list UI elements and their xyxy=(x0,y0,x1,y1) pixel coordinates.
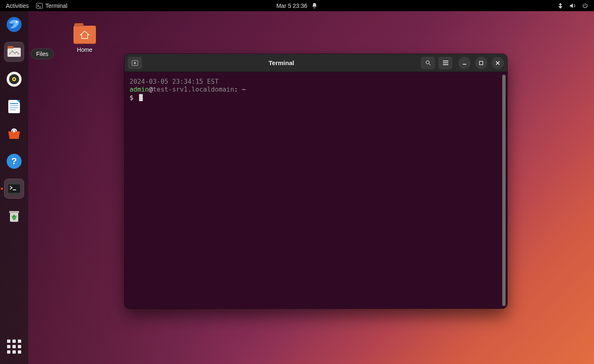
minimize-icon xyxy=(462,61,467,66)
terminal-input-line[interactable]: $ xyxy=(130,94,502,102)
network-icon[interactable] xyxy=(557,3,564,9)
terminal-small-icon xyxy=(36,3,43,9)
dock-item-rhythmbox[interactable] xyxy=(4,69,24,89)
dock-item-software[interactable] xyxy=(4,124,24,144)
window-titlebar[interactable]: Terminal xyxy=(125,54,507,72)
dock-item-thunderbird[interactable] xyxy=(4,15,24,34)
svg-rect-12 xyxy=(10,103,18,104)
maximize-icon xyxy=(479,61,484,66)
svg-rect-0 xyxy=(37,3,43,8)
svg-point-27 xyxy=(426,61,429,64)
clock[interactable]: Mar 5 23:36 xyxy=(276,2,308,9)
svg-rect-13 xyxy=(10,105,18,106)
volume-icon[interactable] xyxy=(570,3,576,9)
software-icon xyxy=(6,126,22,142)
dock-item-help[interactable]: ? xyxy=(4,151,24,171)
search-button[interactable] xyxy=(421,57,435,69)
files-icon xyxy=(6,44,22,60)
svg-line-28 xyxy=(429,63,430,65)
dock-item-terminal[interactable] xyxy=(4,179,24,199)
svg-point-3 xyxy=(16,21,17,23)
svg-rect-20 xyxy=(8,184,20,193)
dock-tooltip: Files xyxy=(31,49,54,59)
top-bar: Activities Terminal Mar 5 23:36 xyxy=(0,0,594,11)
svg-point-10 xyxy=(13,78,15,80)
svg-rect-33 xyxy=(479,61,483,65)
svg-rect-23 xyxy=(9,211,19,213)
hamburger-icon xyxy=(442,60,449,66)
svg-rect-16 xyxy=(13,130,15,132)
show-applications-button[interactable] xyxy=(4,337,24,357)
close-icon xyxy=(495,61,500,66)
svg-text:?: ? xyxy=(11,156,17,166)
terminal-icon xyxy=(6,180,22,197)
window-title: Terminal xyxy=(145,59,418,66)
terminal-timestamp: 2024-03-05 23:34:15 EST xyxy=(130,78,502,86)
rhythmbox-icon xyxy=(6,71,22,87)
svg-rect-14 xyxy=(10,107,18,108)
new-tab-button[interactable] xyxy=(128,57,142,69)
dock-item-libreoffice-writer[interactable] xyxy=(4,97,24,116)
terminal-scrollbar[interactable] xyxy=(502,75,506,306)
dock-item-trash[interactable] xyxy=(4,206,24,226)
hamburger-menu-button[interactable] xyxy=(438,57,452,69)
terminal-prompt-line: admin@test-srv1.localdomain: ~ xyxy=(130,86,502,94)
search-icon xyxy=(425,60,431,66)
terminal-window: Terminal 2024-03-05 23:34:15 EST admin@t… xyxy=(125,54,507,308)
terminal-body[interactable]: 2024-03-05 23:34:15 EST admin@test-srv1.… xyxy=(125,72,507,308)
desktop-icon-label: Home xyxy=(77,46,92,53)
cursor-icon xyxy=(139,94,143,101)
dock-item-files[interactable] xyxy=(4,42,24,62)
desktop-icon-home[interactable]: Home xyxy=(71,26,98,53)
thunderbird-icon xyxy=(6,16,22,33)
activities-button[interactable]: Activities xyxy=(6,2,29,9)
notification-bell-icon[interactable] xyxy=(311,2,318,9)
dock: ? xyxy=(0,11,28,364)
svg-rect-15 xyxy=(10,109,16,110)
writer-icon xyxy=(6,98,22,115)
close-button[interactable] xyxy=(491,57,504,69)
power-icon[interactable] xyxy=(582,2,588,9)
current-app-label: Terminal xyxy=(45,2,67,9)
current-app-indicator[interactable]: Terminal xyxy=(36,2,67,9)
folder-icon xyxy=(73,26,96,44)
trash-icon xyxy=(6,208,22,224)
maximize-button[interactable] xyxy=(475,57,487,69)
svg-rect-11 xyxy=(8,100,20,113)
minimize-button[interactable] xyxy=(458,57,471,69)
help-icon: ? xyxy=(6,153,22,170)
